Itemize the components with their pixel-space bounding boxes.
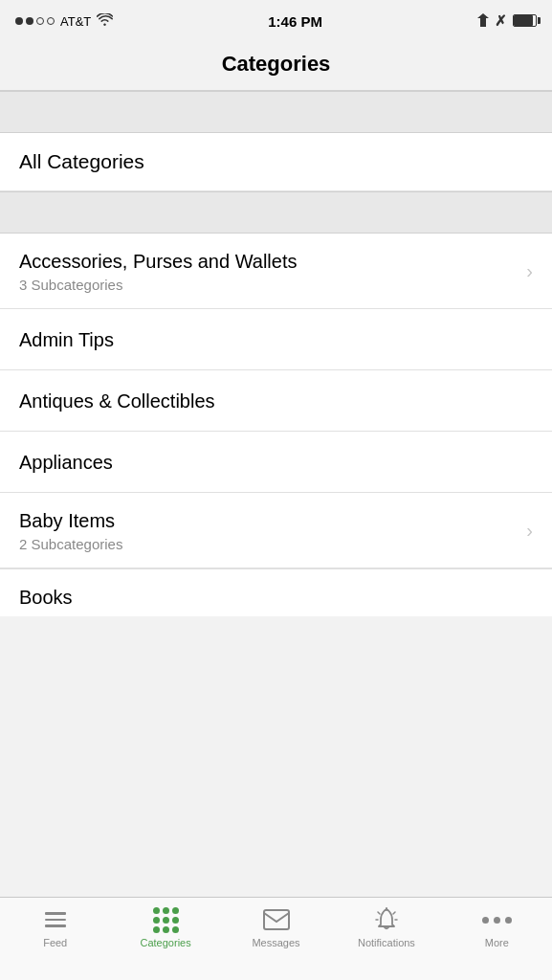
- list-item[interactable]: Admin Tips: [0, 309, 552, 370]
- all-categories-label: All Categories: [19, 150, 144, 172]
- carrier-label: AT&T: [60, 14, 91, 29]
- list-item-content: Baby Items 2 Subcategories: [19, 508, 517, 552]
- list-item-subtitle: 2 Subcategories: [19, 536, 517, 552]
- messages-icon: [262, 907, 291, 932]
- status-left: AT&T: [15, 13, 113, 30]
- status-right: ✗: [477, 12, 537, 30]
- chevron-right-icon: ›: [526, 520, 533, 542]
- list-item-title: Baby Items: [19, 508, 517, 533]
- bluetooth-icon: ✗: [495, 12, 507, 30]
- wifi-icon: [97, 13, 113, 30]
- list-item[interactable]: Appliances: [0, 432, 552, 493]
- svg-line-2: [378, 912, 380, 914]
- categories-list: Accessories, Purses and Wallets 3 Subcat…: [0, 234, 552, 616]
- tab-bar: Feed Categories Messages: [0, 897, 552, 980]
- tab-feed[interactable]: Feed: [0, 907, 110, 948]
- list-item-title: Books: [19, 587, 73, 608]
- status-bar: AT&T 1:46 PM ✗: [0, 0, 552, 42]
- list-item-title: Admin Tips: [19, 327, 533, 352]
- signal-icon: [15, 17, 55, 25]
- main-content: All Categories Accessories, Purses and W…: [0, 91, 552, 700]
- more-icon: [482, 907, 511, 932]
- hamburger-icon: [45, 912, 66, 927]
- feed-icon: [41, 907, 70, 932]
- section-separator: [0, 191, 552, 234]
- tab-notifications-label: Notifications: [358, 937, 415, 948]
- page-title: Categories: [0, 52, 552, 77]
- list-item-title: Appliances: [19, 450, 533, 475]
- tab-categories-label: Categories: [141, 937, 191, 948]
- tab-notifications[interactable]: Notifications: [331, 907, 441, 948]
- more-dots-icon: [482, 917, 512, 924]
- list-item-partial[interactable]: Books: [0, 568, 552, 616]
- list-item[interactable]: Baby Items 2 Subcategories ›: [0, 493, 552, 568]
- tab-messages[interactable]: Messages: [221, 907, 331, 948]
- battery-icon: [513, 14, 537, 29]
- grid-dots-icon: [153, 907, 179, 933]
- list-item-title: Accessories, Purses and Wallets: [19, 249, 517, 274]
- tab-messages-label: Messages: [252, 937, 299, 948]
- page-title-bar: Categories: [0, 42, 552, 91]
- chevron-right-icon: ›: [526, 260, 533, 282]
- notifications-icon: [372, 907, 401, 932]
- list-item[interactable]: Antiques & Collectibles: [0, 370, 552, 432]
- categories-icon: [151, 907, 180, 932]
- list-item-subtitle: 3 Subcategories: [19, 277, 517, 293]
- tab-categories[interactable]: Categories: [110, 907, 220, 948]
- location-icon: [477, 13, 489, 30]
- list-item-content: Accessories, Purses and Wallets 3 Subcat…: [19, 249, 517, 293]
- tab-more[interactable]: More: [442, 907, 552, 948]
- top-section-header: [0, 91, 552, 133]
- list-item-content: Antiques & Collectibles: [19, 389, 533, 413]
- tab-more-label: More: [485, 937, 509, 948]
- list-item-content: Admin Tips: [19, 327, 533, 352]
- list-item[interactable]: Accessories, Purses and Wallets 3 Subcat…: [0, 234, 552, 309]
- svg-line-3: [393, 912, 395, 914]
- status-time: 1:46 PM: [268, 13, 322, 30]
- all-categories-item[interactable]: All Categories: [0, 133, 552, 191]
- tab-feed-label: Feed: [43, 937, 67, 948]
- list-item-title: Antiques & Collectibles: [19, 389, 533, 413]
- list-item-content: Appliances: [19, 450, 533, 475]
- svg-rect-0: [264, 910, 289, 929]
